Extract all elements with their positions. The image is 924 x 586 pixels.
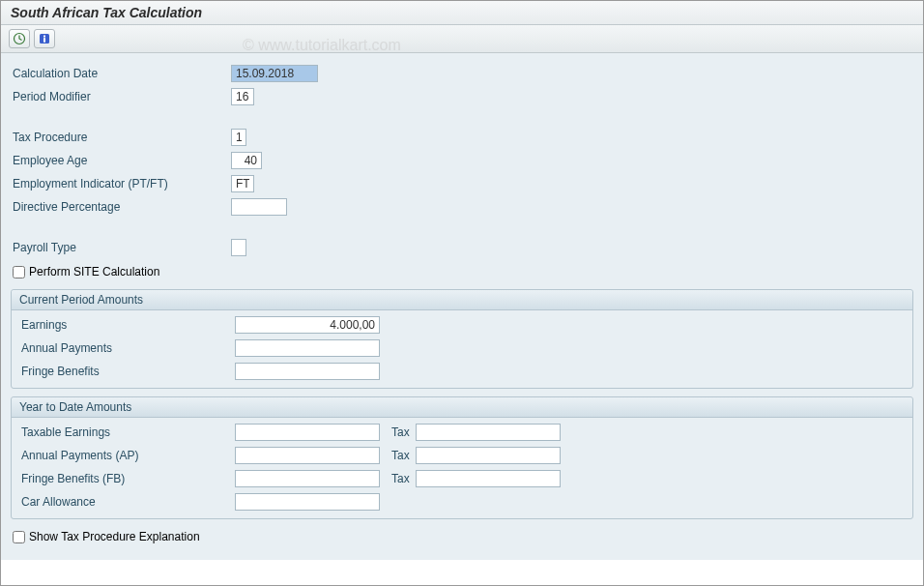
earnings-input[interactable] — [235, 316, 380, 334]
ytd-taxable-earnings-row: Taxable Earnings Tax — [17, 422, 907, 443]
show-explanation-label: Show Tax Procedure Explanation — [29, 530, 200, 543]
directive-percentage-input[interactable] — [231, 198, 287, 216]
fringe-benefits-row: Fringe Benefits — [17, 361, 907, 382]
execute-button[interactable] — [9, 29, 30, 48]
ytd-taxable-earnings-label: Taxable Earnings — [17, 425, 235, 439]
annual-payments-input[interactable] — [235, 339, 380, 357]
employment-indicator-row: Employment Indicator (PT/FT) — [9, 173, 915, 194]
annual-payments-row: Annual Payments — [17, 337, 907, 359]
svg-rect-2 — [43, 36, 45, 38]
directive-percentage-row: Directive Percentage — [9, 196, 915, 218]
payroll-type-row: Payroll Type — [9, 237, 915, 258]
employment-indicator-input[interactable] — [231, 175, 254, 192]
ytd-car-allowance-input[interactable] — [235, 493, 380, 511]
employee-age-input[interactable] — [231, 152, 262, 169]
tax-procedure-input[interactable] — [231, 129, 246, 146]
clock-execute-icon — [13, 32, 26, 45]
fringe-benefits-label: Fringe Benefits — [17, 365, 235, 378]
ytd-annual-payments-tax-label: Tax — [391, 449, 410, 462]
content-area: Calculation Date Period Modifier Tax Pro… — [1, 53, 923, 560]
ytd-fringe-benefits-input[interactable] — [235, 470, 380, 487]
ytd-annual-payments-tax-input[interactable] — [416, 447, 561, 464]
ytd-taxable-earnings-tax-label: Tax — [391, 425, 410, 439]
fringe-benefits-input[interactable] — [235, 363, 380, 380]
earnings-row: Earnings — [17, 314, 907, 336]
calculation-date-input[interactable] — [231, 65, 318, 82]
ytd-car-allowance-label: Car Allowance — [17, 495, 235, 509]
show-explanation-row: Show Tax Procedure Explanation — [9, 527, 915, 546]
ytd-annual-payments-input[interactable] — [235, 447, 380, 464]
ytd-car-allowance-row: Car Allowance — [17, 491, 907, 513]
info-icon — [38, 32, 51, 45]
ytd-fringe-benefits-tax-input[interactable] — [416, 470, 561, 487]
current-period-header: Current Period Amounts — [12, 290, 912, 310]
page-title: South African Tax Calculation — [11, 5, 202, 20]
directive-percentage-label: Directive Percentage — [9, 200, 231, 214]
payroll-type-input[interactable] — [231, 239, 246, 256]
period-modifier-row: Period Modifier — [9, 86, 915, 107]
ytd-fringe-benefits-tax-label: Tax — [391, 472, 410, 485]
tax-procedure-row: Tax Procedure — [9, 127, 915, 148]
ytd-fringe-benefits-label: Fringe Benefits (FB) — [17, 472, 235, 485]
perform-site-label: Perform SITE Calculation — [29, 265, 159, 278]
ytd-taxable-earnings-input[interactable] — [235, 424, 380, 441]
perform-site-checkbox[interactable] — [13, 266, 25, 278]
show-explanation-checkbox[interactable] — [13, 531, 25, 543]
ytd-taxable-earnings-tax-input[interactable] — [416, 424, 561, 441]
info-button[interactable] — [34, 29, 55, 48]
period-modifier-label: Period Modifier — [9, 90, 231, 103]
ytd-group: Year to Date Amounts Taxable Earnings Ta… — [11, 396, 913, 519]
employee-age-label: Employee Age — [9, 154, 231, 167]
tax-procedure-label: Tax Procedure — [9, 131, 231, 144]
title-bar: South African Tax Calculation — [1, 1, 923, 25]
annual-payments-label: Annual Payments — [17, 341, 235, 355]
ytd-annual-payments-label: Annual Payments (AP) — [17, 449, 235, 462]
perform-site-row: Perform SITE Calculation — [9, 262, 915, 281]
payroll-type-label: Payroll Type — [9, 241, 231, 254]
period-modifier-input[interactable] — [231, 88, 254, 105]
ytd-annual-payments-row: Annual Payments (AP) Tax — [17, 445, 907, 466]
current-period-group: Current Period Amounts Earnings Annual P… — [11, 289, 913, 389]
earnings-label: Earnings — [17, 318, 235, 332]
watermark: © www.tutorialkart.com — [243, 37, 401, 54]
svg-rect-3 — [43, 38, 45, 43]
ytd-fringe-benefits-row: Fringe Benefits (FB) Tax — [17, 468, 907, 489]
calculation-date-row: Calculation Date — [9, 63, 915, 84]
employment-indicator-label: Employment Indicator (PT/FT) — [9, 177, 231, 190]
employee-age-row: Employee Age — [9, 150, 915, 171]
ytd-header: Year to Date Amounts — [12, 397, 912, 418]
calculation-date-label: Calculation Date — [9, 67, 231, 80]
toolbar: © www.tutorialkart.com — [1, 25, 923, 53]
